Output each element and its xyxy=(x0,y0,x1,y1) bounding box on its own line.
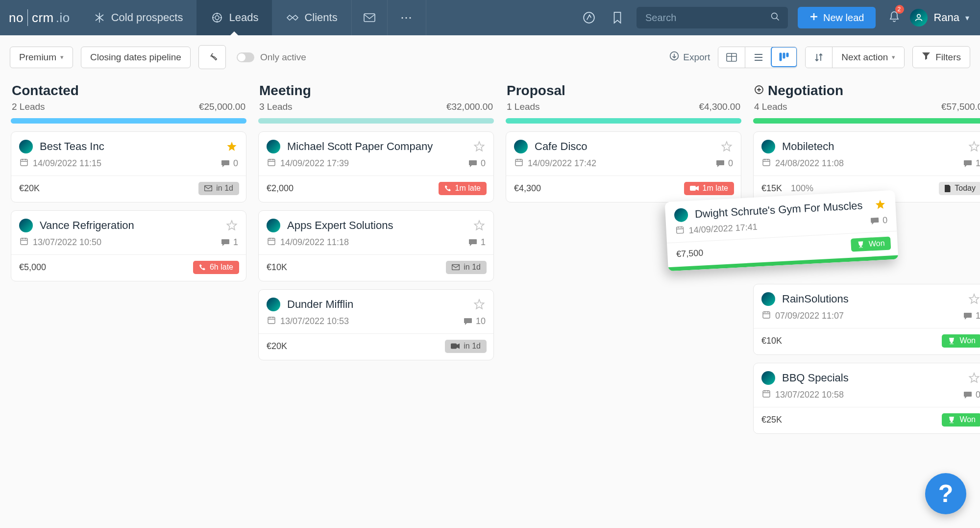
calendar-icon xyxy=(762,390,770,400)
star-icon[interactable] xyxy=(968,293,980,305)
lead-date: 14/09/2022 11:15 xyxy=(33,158,101,169)
search-input[interactable] xyxy=(644,12,770,24)
lead-card[interactable]: Michael Scott Paper Company14/09/2022 17… xyxy=(258,131,494,202)
view-kanban[interactable] xyxy=(771,47,797,67)
nav-cold-prospects[interactable]: Cold prospects xyxy=(79,0,197,35)
view-table[interactable] xyxy=(718,47,745,68)
search-box[interactable] xyxy=(637,7,788,28)
lead-date: 14/09/2022 11:18 xyxy=(280,237,349,248)
star-icon[interactable] xyxy=(720,140,733,153)
activity-icon[interactable] xyxy=(575,0,603,35)
nav-label: Clients xyxy=(304,11,337,24)
nav-more[interactable]: ⋯ xyxy=(388,0,426,35)
lead-card[interactable]: Vance Refrigeration13/07/2022 10:501€5,0… xyxy=(11,210,246,281)
star-icon[interactable] xyxy=(473,219,486,232)
next-action-select[interactable]: Next action ▾ xyxy=(832,47,904,68)
nav-mail[interactable] xyxy=(352,0,387,35)
user-menu[interactable]: Rana ▾ xyxy=(906,0,980,35)
star-icon[interactable] xyxy=(225,219,238,232)
svg-rect-11 xyxy=(21,159,27,166)
comment-count[interactable]: 1 xyxy=(963,311,980,321)
lead-card[interactable]: Apps Expert Solutions14/09/2022 11:181€1… xyxy=(258,210,494,281)
calendar-icon xyxy=(268,237,275,248)
lead-amount: €15K xyxy=(761,183,782,194)
comment-count[interactable]: 0 xyxy=(716,158,733,169)
lead-name: Vance Refrigeration xyxy=(40,219,219,232)
lead-date: 13/07/2022 10:50 xyxy=(33,237,101,248)
lead-amount: €5,000 xyxy=(19,262,46,273)
lead-card[interactable]: Dunder Mifflin13/07/2022 10:5310€20Kin 1… xyxy=(258,289,494,360)
sort-button[interactable] xyxy=(806,47,832,68)
search-icon xyxy=(770,12,780,24)
closing-dates-button[interactable]: Closing dates pipeline xyxy=(81,47,191,68)
lead-name: RainSolutions xyxy=(782,292,961,306)
star-icon[interactable] xyxy=(874,198,887,211)
lead-name: BBQ Specials xyxy=(782,371,961,385)
comment-count[interactable]: 0 xyxy=(468,158,486,169)
column-meeting: Meeting3 Leads€32,000.00Michael Scott Pa… xyxy=(257,83,495,368)
lead-amount: €4,300 xyxy=(514,183,541,194)
wrench-icon xyxy=(207,50,218,64)
more-icon: ⋯ xyxy=(400,11,413,25)
column-title: Contacted xyxy=(12,83,79,99)
calendar-icon xyxy=(20,237,28,248)
star-icon[interactable] xyxy=(225,140,238,153)
company-icon xyxy=(761,371,775,385)
plus-circle-icon[interactable] xyxy=(754,85,764,97)
svg-rect-16 xyxy=(452,265,460,270)
status-badge: 1m late xyxy=(439,182,487,195)
lead-card[interactable]: RainSolutions07/09/2022 11:071€10KWon xyxy=(753,284,980,355)
company-icon xyxy=(19,219,33,232)
company-icon xyxy=(761,140,775,153)
svg-point-1 xyxy=(215,16,219,20)
dragging-card[interactable]: Dwight Schrute's Gym For Muscles 14/09/2… xyxy=(665,190,899,271)
lead-name: Best Teas Inc xyxy=(40,140,219,153)
nav-leads[interactable]: Leads xyxy=(196,0,272,35)
svg-rect-8 xyxy=(780,53,782,61)
company-icon xyxy=(267,298,280,311)
comment-count[interactable]: 10 xyxy=(464,316,486,327)
help-button[interactable]: ? xyxy=(925,473,966,514)
only-active-toggle[interactable]: Only active xyxy=(237,52,306,63)
svg-rect-17 xyxy=(268,317,275,324)
comment-count[interactable]: 0 xyxy=(963,390,980,400)
status-badge: Won xyxy=(851,236,891,251)
star-icon[interactable] xyxy=(473,140,486,153)
notifications[interactable]: 2 xyxy=(882,0,906,35)
comment-count[interactable]: 1 xyxy=(468,237,486,248)
column-total: €4,300.00 xyxy=(699,101,740,112)
filters-button[interactable]: Filters xyxy=(912,46,970,68)
app-logo[interactable]: no crm .io xyxy=(0,0,79,35)
svg-rect-18 xyxy=(451,344,457,349)
lead-card[interactable]: BBQ Specials13/07/2022 10:580€25KWon xyxy=(753,363,980,434)
svg-rect-15 xyxy=(268,238,275,245)
calendar-icon xyxy=(676,226,684,236)
comment-count[interactable]: 0 xyxy=(870,215,888,226)
target-icon xyxy=(210,11,224,25)
export-button[interactable]: Export xyxy=(669,51,710,63)
settings-button[interactable] xyxy=(198,45,226,69)
column-progress xyxy=(753,118,980,124)
new-lead-button[interactable]: New lead xyxy=(798,7,876,28)
comment-count[interactable]: 1 xyxy=(963,158,980,169)
lead-card[interactable]: Best Teas Inc14/09/2022 11:150€20Kin 1d xyxy=(11,131,246,202)
premium-select[interactable]: Premium▾ xyxy=(10,47,73,68)
lead-probability: 100% xyxy=(791,183,813,194)
nav-clients[interactable]: Clients xyxy=(272,0,351,35)
company-icon xyxy=(267,140,280,153)
column-count: 1 Leads xyxy=(507,101,540,112)
svg-rect-13 xyxy=(21,238,27,245)
lead-name: Apps Expert Solutions xyxy=(287,219,466,232)
view-switch xyxy=(718,47,797,68)
star-icon[interactable] xyxy=(473,298,486,311)
star-icon[interactable] xyxy=(968,372,980,384)
comment-count[interactable]: 0 xyxy=(221,158,238,169)
nav-label: Leads xyxy=(229,11,258,24)
lead-name: Michael Scott Paper Company xyxy=(287,140,466,153)
comment-count[interactable]: 1 xyxy=(221,237,238,248)
button-label: New lead xyxy=(823,12,864,24)
bookmark-icon[interactable] xyxy=(603,0,632,35)
star-icon[interactable] xyxy=(968,140,980,153)
view-list[interactable] xyxy=(745,47,771,68)
lead-card[interactable]: Cafe Disco14/09/2022 17:420€4,3001m late xyxy=(506,131,741,202)
